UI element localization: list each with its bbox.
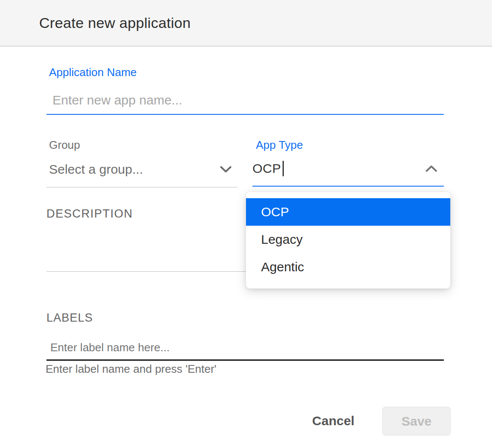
dialog-title: Create new application [39, 15, 191, 31]
dropdown-option-agentic[interactable]: Agentic [246, 253, 450, 281]
group-label: Group [49, 138, 80, 152]
dropdown-option-ocp[interactable]: OCP [246, 198, 450, 226]
chevron-up-icon [425, 165, 437, 172]
save-button[interactable]: Save [382, 407, 451, 436]
dialog-header: Create new application [0, 0, 492, 47]
cancel-button[interactable]: Cancel [304, 409, 363, 433]
labels-label: LABELS [46, 311, 93, 325]
app-type-label: App Type [256, 138, 303, 152]
app-type-value: OCP [252, 161, 281, 176]
group-select-placeholder: Select a group... [49, 162, 143, 177]
create-application-dialog: Create new application Application Name … [0, 0, 492, 448]
description-label: DESCRIPTION [46, 207, 133, 221]
text-cursor [283, 161, 284, 176]
label-name-input[interactable] [46, 335, 444, 361]
labels-helper-text: Enter label name and press 'Enter' [46, 362, 216, 376]
dropdown-option-legacy[interactable]: Legacy [246, 226, 450, 253]
chevron-down-icon [220, 166, 232, 173]
application-name-input[interactable] [46, 86, 444, 115]
application-name-label: Application Name [49, 66, 137, 79]
group-select[interactable]: Select a group... [46, 151, 238, 187]
app-type-input[interactable]: OCP [252, 151, 444, 187]
app-type-dropdown: OCP Legacy Agentic [246, 192, 450, 288]
